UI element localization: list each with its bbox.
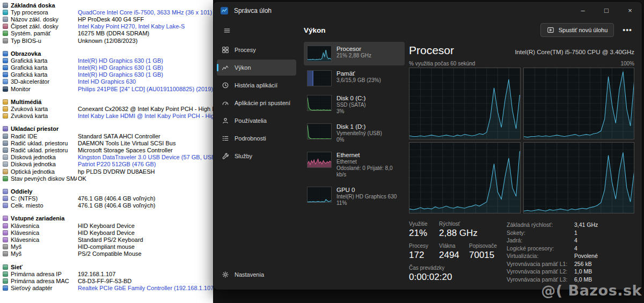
stat: Čas prevádzky0:00:02:20 [409, 265, 452, 283]
audio-icon [3, 113, 8, 119]
sysinfo-value[interactable]: Intel(R) HD Graphics 630 (1 GB) [77, 64, 163, 71]
sysinfo-value[interactable]: Realtek PCIe GbE Family Controller (192.… [77, 285, 213, 291]
spec-label: Jadrá: [507, 237, 574, 243]
mouse-icon [3, 244, 8, 249]
maximize-button[interactable]: □ [595, 2, 618, 19]
sysinfo-row: Typ BIOS-uUnknown (12/08/2023) [2, 37, 213, 44]
window-controls: – □ × [571, 2, 642, 19]
sysinfo-section-header: Ukladací priestor [2, 125, 213, 132]
stat-value: 70015 [469, 250, 497, 261]
accel3d-icon [3, 79, 8, 84]
sysinfo-label: Systém. pamäť [11, 30, 77, 36]
perf-item-title: Disk 1 (D:) [336, 123, 382, 130]
sysinfo-value: 476.1 GB (406.4 GB voľných) [77, 195, 155, 202]
mac-icon [3, 278, 8, 284]
sysinfo-value[interactable]: Intel HD Graphics 630 [77, 78, 136, 85]
bios-icon [3, 38, 8, 43]
sysinfo-section-header: Sieť [2, 263, 213, 270]
run-new-task-button[interactable]: Spustiť novú úlohu [540, 23, 614, 37]
cpu-core-graph[interactable] [523, 142, 635, 214]
sysinfo-row: KlávesnicaHID Keyboard Device [2, 229, 213, 236]
taskmgr-body: ProcesyVýkonHistória aplikáciíAplikácie … [214, 19, 642, 290]
perf-item-disk0[interactable]: Disk 0 (C:)SSD (SATA)3% [304, 91, 405, 119]
sysinfo-row: Systém. pamäť16275 MB (DDR4 SDRAM) [2, 30, 213, 37]
spec-label: Virtualizácia: [507, 253, 574, 259]
task-manager-window: Správca úloh – □ × ProcesyVýkonHistória … [213, 1, 642, 290]
stat-label: Popisovače [469, 243, 497, 249]
sidebar-item-settings[interactable]: Nastavenia [217, 267, 296, 283]
sysinfo-label: Radič uklad. priestoru [11, 147, 77, 153]
perf-item-subtitle: Ethernet [336, 159, 401, 165]
sysinfo-row: MonitorPhilips 241P8E [24" LCD] (AU01911… [2, 85, 213, 92]
page-header: Výkon Spustiť novú úlohu ••• [299, 19, 642, 41]
sysinfo-section-title: Multimédiá [11, 99, 213, 105]
sysinfo-row: Radič IDEStandard SATA AHCI Controller [2, 132, 213, 139]
sidebar-item-performance[interactable]: Výkon [217, 60, 296, 76]
services-icon [222, 152, 229, 160]
menu-button[interactable] [217, 23, 237, 39]
sysinfo-value[interactable]: Intel(R) HD Graphics 630 (1 GB) [77, 57, 163, 64]
sysinfo-value[interactable]: Intel Kaby Lake HDMI @ Intel Kaby Point … [77, 113, 213, 119]
sysinfo-value: 16275 MB (DDR4 SDRAM) [77, 30, 149, 36]
stat-value: 2494 [439, 250, 462, 261]
sidebar-item-history[interactable]: História aplikácií [217, 77, 296, 93]
sysinfo-value: DAEMON Tools Lite Virtual SCSI Bus [77, 140, 175, 146]
sysinfo-section: Vstupné zariadeniaKlávesnicaHID Keyboard… [2, 215, 213, 257]
cpu-core-graphs [409, 68, 634, 213]
sysinfo-value[interactable]: QuadCore Intel Core i5-7500, 3633 MHz (3… [77, 9, 212, 16]
system-info-panel: Základná doskaTyp procesoraQuadCore Inte… [0, 0, 213, 303]
stat-label: Procesy [409, 243, 431, 249]
perf-item-memory[interactable]: Pamäť3,6/15,9 GB (23%) [304, 66, 405, 90]
sysinfo-section: OddielyC: (NTFS)476.1 GB (406.4 GB voľný… [2, 188, 213, 209]
stat: Popisovače70015 [469, 243, 497, 261]
stat-value: 2,88 GHz [439, 228, 478, 239]
sysinfo-section: ObrazovkaGrafická kartaIntel(R) HD Graph… [2, 50, 213, 92]
sysinfo-value[interactable]: Intel(R) HD Graphics 630 (1 GB) [77, 71, 163, 78]
perf-item-gpu[interactable]: GPU 0Intel(R) HD Graphics 63011% [304, 183, 405, 210]
header-actions: Spustiť novú úlohu ••• [540, 23, 634, 37]
sidebar-item-label: Aplikácie pri spustení [235, 100, 290, 106]
sysinfo-section: MultimédiáZvuková kartaConexant Cx20632 … [2, 98, 213, 120]
sidebar-item-startup[interactable]: Aplikácie pri spustení [217, 95, 296, 111]
sysinfo-value: Standard PS/2 Keyboard [77, 237, 143, 243]
sysinfo-row: Radič uklad. priestoruDAEMON Tools Lite … [2, 139, 213, 146]
sidebar-item-details[interactable]: Podrobnosti [217, 130, 296, 146]
sysinfo-label: Klávesnica [11, 230, 77, 236]
sysinfo-value[interactable]: Kingston DataTraveler 3.0 USB Device (57… [77, 154, 213, 160]
perf-item-disk1[interactable]: Disk 1 (D:)Vymeniteľný (USB)0% [304, 120, 405, 147]
sysinfo-value[interactable]: Philips 241P8E [24" LCD] (AU01911008825)… [77, 86, 213, 92]
drive-icon [3, 161, 8, 167]
sidebar-item-users[interactable]: Používatelia [217, 113, 296, 129]
sidebar-item-processes[interactable]: Procesy [217, 42, 296, 58]
perf-item-subtitle: SSD (SATA) [336, 102, 366, 108]
spec-label: Sokety: [507, 230, 574, 236]
sysinfo-section-title: Ukladací priestor [11, 125, 213, 132]
perf-item-ethernet[interactable]: EthernetEthernetOdoslané: 0 Prijaté: 8,0… [304, 148, 405, 182]
sysinfo-label: Zvuková karta [11, 113, 77, 119]
spec-value: 1,0 MB [574, 268, 592, 275]
sidebar-spacer [217, 166, 296, 267]
ide-icon [3, 134, 8, 139]
perf-item-cpu[interactable]: Procesor21% 2,88 GHz [304, 42, 405, 65]
monitor-icon [3, 86, 8, 92]
sysinfo-section-title: Základná doska [11, 2, 213, 9]
sysinfo-section-header: Obrazovka [2, 50, 213, 57]
cpu-core-graph[interactable] [523, 68, 635, 139]
perf-item-subtitle: Vymeniteľný (USB) [336, 130, 382, 137]
minimize-button[interactable]: – [571, 2, 595, 19]
sysinfo-value[interactable]: Intel Kaby Point H270, Intel Kaby Lake-S [77, 23, 185, 29]
cpu-core-graph[interactable] [409, 68, 521, 139]
graph-caption: % využitia počas 60 sekúnd [409, 61, 475, 66]
close-button[interactable]: × [618, 2, 642, 19]
sidebar-item-services[interactable]: Služby [217, 148, 296, 164]
history-icon [222, 82, 229, 89]
sysinfo-section-header: Základná doska [2, 2, 213, 9]
stat-label: Využitie [409, 221, 431, 227]
spec-value: 3,41 GHz [574, 221, 598, 228]
sysinfo-value[interactable]: Patriot P220 512GB (476 GB) [77, 161, 156, 167]
sysinfo-label: Primárna adresa IP [11, 271, 77, 277]
cpu-core-graph[interactable] [409, 142, 521, 214]
scsi-icon [3, 147, 8, 153]
more-options-button[interactable]: ••• [620, 26, 634, 34]
sysinfo-label: 3D-akcelerátor [11, 78, 77, 85]
